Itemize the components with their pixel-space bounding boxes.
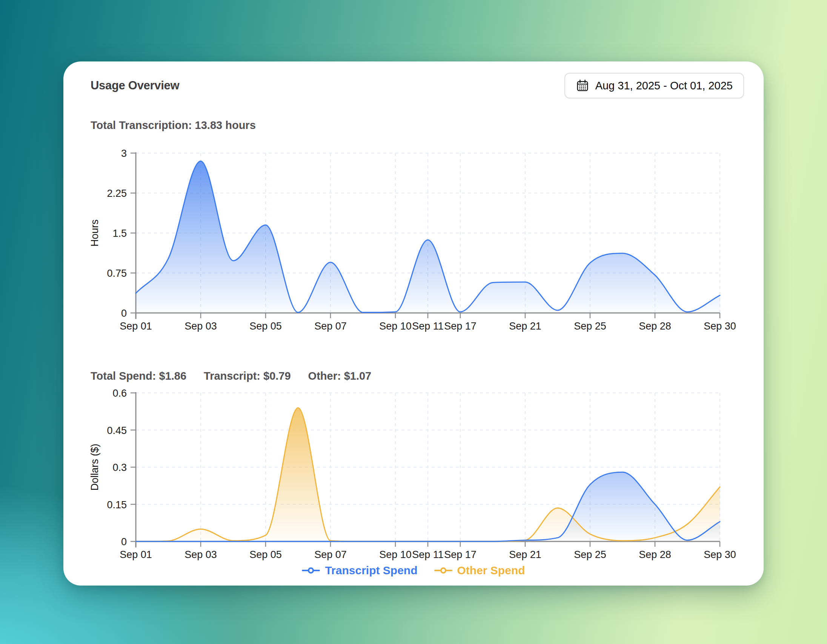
spend-stats-row: Total Spend: $1.86 Transcript: $0.79 Oth…	[91, 370, 371, 382]
date-range-button[interactable]: Aug 31, 2025 - Oct 01, 2025	[565, 73, 744, 98]
svg-text:0: 0	[121, 536, 127, 548]
svg-text:Sep 07: Sep 07	[314, 320, 347, 332]
svg-text:Sep 21: Sep 21	[509, 320, 541, 332]
svg-text:Sep 25: Sep 25	[574, 320, 606, 332]
svg-text:0.45: 0.45	[107, 425, 127, 436]
svg-text:Sep 28: Sep 28	[639, 320, 671, 332]
legend-label-other: Other Spend	[457, 564, 525, 577]
svg-text:Sep 25: Sep 25	[574, 549, 606, 560]
svg-text:3: 3	[121, 148, 127, 159]
total-spend-stat: Total Spend: $1.86	[91, 370, 186, 382]
svg-text:0.75: 0.75	[107, 268, 127, 279]
legend-marker-transcript	[302, 567, 320, 574]
legend-item-other-spend[interactable]: Other Spend	[434, 564, 525, 577]
svg-text:0: 0	[121, 308, 127, 319]
svg-text:Sep 10: Sep 10	[379, 320, 412, 332]
other-spend-stat: Other: $1.07	[308, 370, 371, 382]
svg-text:Sep 11: Sep 11	[412, 549, 444, 560]
svg-text:0.6: 0.6	[112, 387, 127, 399]
svg-text:Sep 01: Sep 01	[120, 320, 152, 332]
spend-chart: 00.150.30.450.6Sep 01Sep 03Sep 05Sep 07S…	[63, 383, 764, 583]
chart-legend: Transcript Spend Other Spend	[63, 562, 764, 579]
svg-text:Sep 10: Sep 10	[379, 549, 412, 560]
transcription-hours-chart: 00.751.52.253Sep 01Sep 03Sep 05Sep 07Sep…	[63, 143, 764, 355]
svg-text:Sep 11: Sep 11	[412, 320, 444, 332]
svg-text:0.3: 0.3	[112, 462, 127, 473]
svg-text:2.25: 2.25	[107, 188, 127, 199]
svg-text:1.5: 1.5	[112, 228, 127, 239]
calendar-icon	[576, 79, 589, 92]
svg-text:Sep 05: Sep 05	[250, 320, 282, 332]
total-transcription-stat: Total Transcription: 13.83 hours	[91, 119, 256, 132]
transcript-spend-stat: Transcript: $0.79	[204, 370, 291, 382]
page: { "header": { "title": "Usage Overview",…	[0, 0, 827, 644]
svg-text:Sep 05: Sep 05	[250, 549, 282, 560]
usage-overview-card: Usage Overview Aug 31, 2025 - Oct 01, 20…	[63, 61, 764, 586]
svg-text:Sep 28: Sep 28	[639, 549, 671, 560]
svg-text:Sep 17: Sep 17	[444, 549, 476, 560]
legend-item-transcript-spend[interactable]: Transcript Spend	[302, 564, 417, 577]
legend-label-transcript: Transcript Spend	[325, 564, 417, 577]
page-title: Usage Overview	[91, 79, 179, 92]
svg-text:Hours: Hours	[89, 219, 100, 247]
svg-text:Sep 03: Sep 03	[184, 549, 217, 560]
svg-text:Sep 17: Sep 17	[444, 320, 476, 332]
svg-text:0.15: 0.15	[107, 499, 127, 510]
svg-text:Sep 30: Sep 30	[704, 320, 736, 332]
svg-text:Sep 01: Sep 01	[120, 549, 152, 560]
svg-text:Dollars ($): Dollars ($)	[89, 444, 100, 491]
svg-text:Sep 07: Sep 07	[314, 549, 347, 560]
svg-text:Sep 03: Sep 03	[184, 320, 217, 332]
svg-text:Sep 21: Sep 21	[509, 549, 541, 560]
date-range-label: Aug 31, 2025 - Oct 01, 2025	[595, 79, 733, 92]
legend-marker-other	[434, 567, 453, 574]
svg-text:Sep 30: Sep 30	[704, 549, 736, 560]
